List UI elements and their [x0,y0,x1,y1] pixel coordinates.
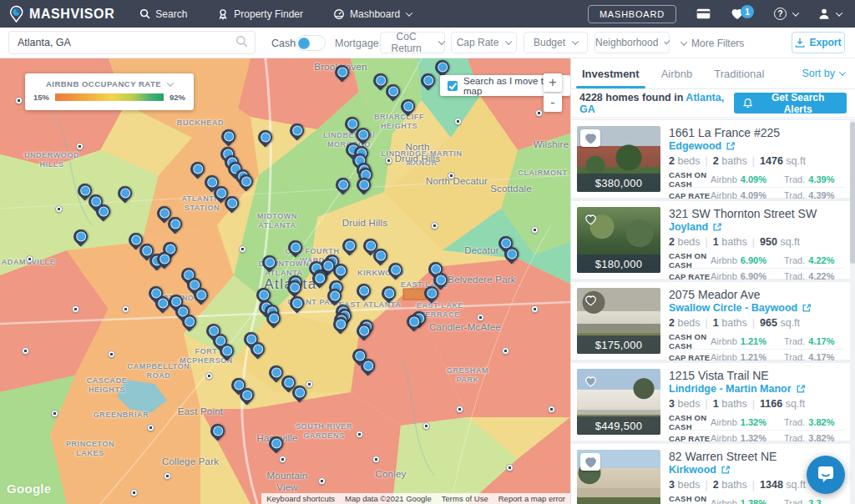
map-poi-dot [477,314,484,321]
location-search-input[interactable] [9,37,235,48]
property-card[interactable]: $380,000 1661 La France #225 Edgewood 2 … [571,120,850,198]
map-attribution-item[interactable]: Report a map error [493,493,570,504]
property-price: $380,000 [577,174,660,192]
coc-airbnb: Airbnb6.90% [711,255,784,265]
zoom-in-button[interactable]: + [544,73,562,92]
property-price: $180,000 [577,255,660,273]
map-poi-dot [531,226,539,234]
favorites-count-badge: 1 [741,5,754,18]
brand[interactable]: MASHVISOR [8,5,114,23]
map-canvas[interactable]: BrookhavenBUCKHEADLINDBERGH/ MOROSGOLIND… [0,58,570,504]
map-poi-dot [130,489,138,496]
property-photo[interactable]: $180,000 [577,207,660,273]
sort-by-dropdown[interactable]: Sort by [802,58,845,88]
external-link-icon [796,384,806,394]
nav-item-mashboard[interactable]: Mashboard [333,8,412,20]
scrollbar-thumb[interactable] [850,122,855,264]
external-link-icon [726,141,736,151]
cash-mortgage-toggle[interactable] [296,35,326,51]
property-photo[interactable]: $380,000 [577,126,660,192]
neighborhood-link[interactable]: Edgewood [669,140,844,152]
map-attribution-item[interactable]: Map data ©2021 Google [340,493,437,504]
map-poi-dot [385,157,392,164]
chevron-down-icon [406,9,412,16]
cap-airbnb: Airbnb4.09% [711,190,784,200]
neighborhood-link[interactable]: Lindridge - Martin Manor [669,383,844,395]
nav-item-search[interactable]: Search [139,8,187,20]
account-menu[interactable] [818,8,842,20]
favorite-heart-icon[interactable] [580,453,600,471]
search-icon [139,8,150,19]
map-poi-dot [205,372,213,380]
chat-bubble-button[interactable] [807,456,845,494]
legend-gradient-bar [55,93,164,101]
map-poi-dot [26,255,33,263]
chevron-down-icon [505,38,512,44]
tab-investment[interactable]: Investment [571,58,650,88]
top-navbar: MASHVISOR Search Property Finder Mashboa… [0,0,855,28]
more-filters-button[interactable]: More Filters [680,28,744,58]
legend-min: 15% [33,93,49,102]
export-button[interactable]: Export [792,32,845,53]
get-search-alerts-button[interactable]: Get Search Alerts [734,93,847,113]
mashvisor-logo-icon [8,5,24,23]
coc-traditional: Trad.3.82% [784,417,844,427]
property-photo[interactable]: $449,500 [577,369,660,435]
property-photo[interactable] [577,450,660,504]
favorite-heart-icon[interactable] [580,129,600,147]
checkbox-checked-icon[interactable] [448,81,458,91]
billing-card-icon[interactable] [696,8,711,19]
tab-traditional[interactable]: Traditional [703,58,775,88]
coc-return-filter[interactable]: CoC Return [380,32,445,53]
map-poi-dot [22,347,29,355]
neighborhood-link[interactable]: Swallow Circle - Baywood [669,302,844,314]
map-poi-dot [531,305,539,313]
neighborhood-link[interactable]: Joyland [669,221,844,233]
property-title[interactable]: 2075 Meador Ave [669,288,844,301]
neighborhood-name: Joyland [669,221,708,233]
favorite-heart-icon[interactable] [580,210,600,228]
nav-item-property-finder[interactable]: Property Finder [217,8,303,20]
heatmap-overlay [0,58,570,504]
property-title[interactable]: 1215 Vista Trail NE [669,369,844,382]
favorites-button[interactable]: 1 [731,8,754,20]
help-menu[interactable]: ? [774,8,798,20]
coc-airbnb: Airbnb1.21% [711,336,784,346]
cap-traditional: Trad.4.17% [784,352,844,362]
property-card[interactable]: $180,000 321 SW Thornton Street SW Joyla… [571,201,850,279]
cap-rate-row: CAP RATE Airbnb6.90% Trad.4.22% [669,268,844,284]
tab-airbnb[interactable]: Airbnb [650,58,704,88]
cap-traditional: Trad.3.82% [784,433,844,443]
zoom-out-button[interactable]: - [544,93,562,112]
mashboard-button[interactable]: MASHBOARD [588,5,676,23]
search-icon[interactable] [235,35,248,51]
map-poi-dot [279,456,286,463]
map-attribution-item[interactable]: Keyboard shortcuts [261,493,340,504]
map-poi-dot [55,205,63,213]
map-poi-dot [72,305,79,313]
map-poi-dot [108,350,115,358]
property-card[interactable]: $449,500 1215 Vista Trail NE Lindridge -… [571,363,850,441]
budget-filter[interactable]: Budget [524,32,588,53]
map-poi-dot [431,222,438,229]
neighborhood-name: Lindridge - Martin Manor [669,383,792,395]
favorite-heart-icon[interactable] [580,372,600,390]
property-card[interactable]: $175,000 2075 Meador Ave Swallow Circle … [571,282,850,360]
map-attribution-item[interactable]: Terms of Use [437,493,493,504]
cap-rate-filter[interactable]: Cap Rate [451,32,517,53]
map-poi-dot [372,456,380,463]
neighborhood-filter[interactable]: Neighborhood [594,32,670,53]
chevron-down-icon [839,68,846,75]
results-panel: Investment Airbnb Traditional Sort by 42… [570,58,855,504]
legend-dropdown[interactable]: AIRBNB OCCUPANCY RATE [33,79,185,88]
app-window: MASHVISOR Search Property Finder Mashboa… [0,0,855,504]
chevron-down-icon [167,79,174,86]
property-title[interactable]: 321 SW Thornton Street SW [669,207,844,220]
property-specs: 2 beds|1 baths|950 sq.ft [669,236,844,248]
property-title[interactable]: 1661 La France #225 [669,126,844,139]
brand-name: MASHVISOR [29,7,114,22]
property-photo[interactable]: $175,000 [577,288,660,354]
favorite-heart-icon[interactable] [580,291,600,309]
nav-menu: Search Property Finder Mashboard [139,8,412,20]
panel-scrollbar[interactable] [850,118,855,504]
